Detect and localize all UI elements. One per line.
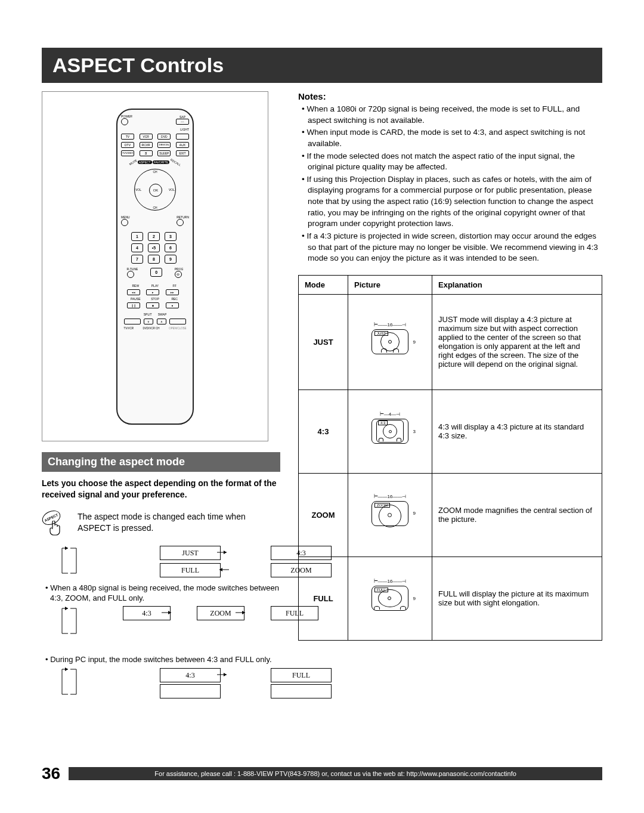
footer-bar: For assistance, please call : 1-888-VIEW… — [69, 767, 602, 780]
notes-list: • When a 1080i or 720p signal is being r… — [298, 104, 602, 264]
ff-icon: ▸▸ — [166, 289, 179, 295]
expl-43: 4:3 will display a 4:3 picture at its st… — [432, 390, 602, 473]
blank-button-1 — [176, 134, 189, 140]
tvvideo-button: TV/VIDEO — [121, 150, 134, 156]
pause-icon: ❙❙ — [127, 302, 140, 308]
pic-full: ⊢——16——⊣ FULL 9 — [348, 557, 432, 640]
vcr-button: VCR — [140, 134, 153, 140]
recall-label: RECALL — [170, 157, 182, 166]
expl-full: FULL will display the picture at its max… — [432, 557, 602, 640]
menu-button — [121, 219, 128, 226]
col-mode: Mode — [299, 275, 348, 294]
num-7: 7 — [131, 255, 143, 264]
num-9: 9 — [165, 255, 177, 264]
rtune-button — [127, 271, 134, 278]
sap-button-icon: ◦◦◦ — [176, 119, 189, 125]
num-2: 2 — [148, 232, 160, 241]
arrow-right-icon — [216, 671, 230, 678]
flow-diagram-1: JUST 4:3 FULL ZOOM — [60, 546, 280, 578]
num-1: 1 — [131, 232, 143, 241]
rew-icon: ◂◂ — [127, 289, 140, 295]
arrow-left-icon — [216, 566, 230, 573]
pic-just: ⊢——16——⊣ JUST 9 — [348, 294, 432, 390]
expl-just: JUST mode will display a 4:3 picture at … — [432, 294, 602, 390]
bottom-btn-2 — [169, 319, 186, 324]
page-number: 36 — [42, 764, 60, 783]
up-icon: ∧ — [157, 319, 166, 324]
bottom-btn-1 — [124, 319, 141, 324]
expl-zoom: ZOOM mode magnifies the central section … — [432, 473, 602, 557]
num-6: 6 — [165, 243, 177, 252]
aspect-modes-table: Mode Picture Explanation JUST ⊢——16——⊣ J… — [298, 275, 602, 641]
arrow-right-icon — [160, 609, 175, 616]
ok-button: OK — [149, 184, 162, 197]
stop-icon: ■ — [146, 302, 159, 308]
note-item: • If using this Projection Display in pl… — [298, 174, 602, 230]
pic-43: ⊢—4—⊣ 4:3 — [348, 390, 432, 473]
num-8: 8 — [148, 255, 160, 264]
flow-diagram-2: 4:3 ZOOM FULL — [60, 606, 280, 639]
dvd-button: DVD — [157, 134, 171, 140]
num-0: 0 — [150, 268, 162, 277]
rec-icon: ● — [166, 302, 179, 308]
page-title: ASPECT Controls — [42, 48, 602, 83]
lead-text: Lets you choose the aspect depending on … — [42, 478, 280, 500]
arrow-right-icon — [216, 549, 230, 556]
mute-label: MUTE — [128, 158, 137, 165]
power-label: POWER — [121, 115, 132, 118]
remote-illustration: POWER SAP ◦◦◦ LIGHT TV VCR DVD — [116, 109, 194, 425]
aux-button: AUX — [176, 142, 189, 148]
note-item: • When a 1080i or 720p signal is being r… — [298, 104, 602, 126]
aspect-label: ASPECT — [138, 160, 152, 164]
num-4: 4 — [131, 243, 143, 252]
dtv-button: DTV — [121, 142, 134, 148]
nav-ring: OK CH CH VOL VOL — [134, 169, 176, 211]
col-picture: Picture — [348, 275, 432, 294]
flow2-return-line — [68, 639, 271, 647]
exit-button: EXIT — [176, 150, 189, 156]
flow3-empty-1 — [160, 684, 221, 698]
bullet-pc: • During PC input, the mode switches bet… — [45, 654, 280, 665]
play-icon: ▸ — [146, 289, 159, 295]
light-label: LIGHT — [180, 128, 189, 131]
note-item: • When input mode is CARD, the mode is s… — [298, 127, 602, 149]
notes-heading: Notes: — [298, 91, 602, 101]
aspect-press-icon: ASPECT — [42, 511, 66, 537]
rcvr-button: RCVR — [140, 142, 153, 148]
col-explanation: Explanation — [432, 275, 602, 294]
tv-button: TV — [121, 134, 134, 140]
flow-diagram-3: 4:3 FULL — [60, 667, 280, 699]
mode-zoom: ZOOM — [299, 473, 348, 557]
sd-button: S — [140, 150, 153, 156]
sap-label: SAP — [176, 115, 189, 119]
section-heading: Changing the aspect mode — [42, 452, 280, 472]
favorite-label: FAVORITE — [153, 160, 169, 164]
bullet-480p: • When a 480p signal is being received, … — [45, 583, 280, 604]
prog-button: ⊖ — [175, 271, 182, 278]
note-item: • If the mode selected does not match th… — [298, 151, 602, 173]
mode-full: FULL — [299, 557, 348, 640]
num-3: 3 — [165, 232, 177, 241]
power-button-icon — [121, 118, 128, 125]
hand-icon — [48, 521, 62, 536]
num-5: • 5 — [148, 243, 160, 252]
mode-just: JUST — [299, 294, 348, 390]
press-text: The aspect mode is changed each time whe… — [78, 511, 280, 534]
remote-illustration-frame: POWER SAP ◦◦◦ LIGHT TV VCR DVD — [42, 91, 268, 441]
down-icon: ∨ — [144, 319, 153, 324]
return-button — [177, 219, 184, 226]
dbscbl-button: DBS/CBL — [157, 142, 171, 148]
sleep-button: SLEEP — [157, 150, 171, 156]
pic-zoom: ⊢——16——⊣ ZOOM 9 — [348, 473, 432, 557]
mode-43: 4:3 — [299, 390, 348, 473]
note-item: • If a 4:3 picture is projected in wide … — [298, 231, 602, 264]
arrow-right-icon — [234, 609, 249, 616]
